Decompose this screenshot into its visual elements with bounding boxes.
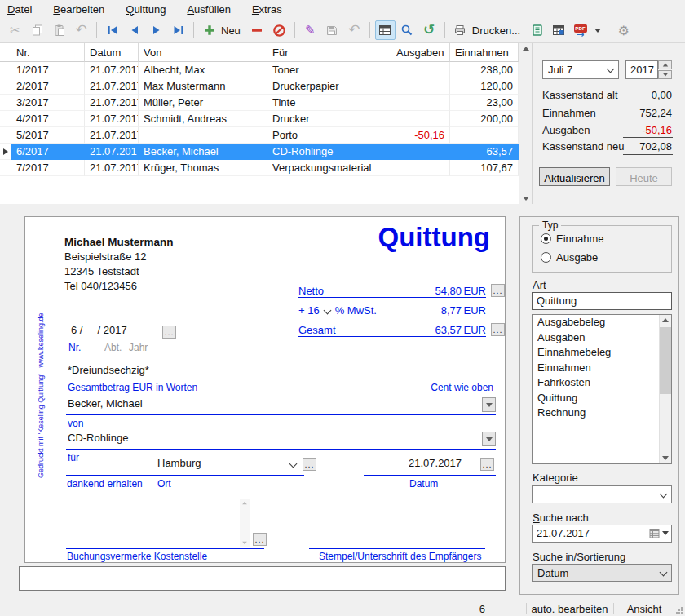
month-select[interactable]: Juli 7 (542, 60, 619, 79)
previous-record-icon[interactable] (124, 20, 144, 40)
menu-bearbeiten[interactable]: Bearbeiten (53, 3, 104, 16)
table-row[interactable]: 2/2017 21.07.2017 Max Mustermann Drucker… (0, 78, 532, 95)
gesamt-edit-button[interactable]: ... (491, 323, 505, 336)
sort-select[interactable]: Datum (532, 564, 672, 582)
scroll-up-icon[interactable] (242, 502, 247, 505)
vat-rate[interactable]: + 16 (298, 304, 320, 317)
table-row[interactable]: 3/2017 21.07.2017 Müller, Peter Tinte 23… (0, 95, 532, 111)
list-scrollbar[interactable] (659, 315, 671, 463)
fuer-dropdown-icon[interactable] (482, 432, 496, 446)
datum-field[interactable]: 21.07.2017 (409, 457, 462, 469)
menu-datei[interactable]: Datei (7, 3, 32, 16)
column-header-einnahmen[interactable]: Einnahmen (450, 43, 519, 62)
fuer-underline (66, 449, 496, 450)
menu-extras[interactable]: Extras (252, 3, 282, 16)
notes-input[interactable] (19, 566, 506, 591)
chevron-down-icon[interactable] (323, 307, 331, 315)
scroll-down-icon[interactable] (662, 456, 669, 460)
table-row[interactable]: 5/2017 21.07.2017 Porto -50,16 (0, 127, 532, 144)
resize-grip[interactable] (676, 607, 683, 614)
table-row[interactable]: 1/2017 21.07.2017 Albecht, Max Toner 238… (0, 62, 532, 78)
new-record-label[interactable]: Neu (221, 24, 241, 37)
save-icon[interactable] (322, 20, 342, 40)
edit-icon[interactable]: ✎ (300, 20, 320, 40)
cancel-icon[interactable] (269, 20, 289, 40)
sender-address[interactable]: Michael Mustermann Beispielstraße 12 123… (64, 235, 174, 294)
list-item[interactable]: Einnahmen (533, 361, 671, 376)
radio-ausgabe[interactable]: Ausgabe (541, 251, 598, 264)
table-row[interactable]: 7/2017 21.07.2017 Krüger, Thomas Verpack… (0, 160, 532, 176)
ort-chevron-down-icon[interactable] (289, 460, 298, 468)
kassenstand-alt-value: 0,00 (652, 89, 672, 101)
booking-textarea-scrollbar[interactable] (240, 499, 250, 547)
print-icon[interactable] (450, 20, 471, 40)
art-input[interactable]: Quittung (532, 292, 672, 310)
copy-icon[interactable] (27, 20, 47, 40)
history-icon[interactable]: ↺ (419, 20, 440, 40)
kategorie-select[interactable] (532, 485, 672, 503)
ort-field[interactable]: Hamburg (157, 457, 201, 469)
pdf-dropdown-icon[interactable] (593, 20, 603, 40)
table-scrollbar[interactable] (519, 43, 532, 204)
number-edit-button[interactable]: ... (162, 326, 176, 339)
list-item[interactable]: Quittung (533, 391, 671, 406)
netto-edit-button[interactable]: ... (491, 284, 505, 297)
list-item[interactable]: Fahrkosten (533, 375, 671, 391)
spin-down-icon[interactable] (658, 70, 672, 79)
delete-record-icon[interactable] (247, 20, 267, 40)
revert-icon[interactable]: ↶ (344, 20, 365, 40)
view-toggle[interactable]: Ansicht (613, 603, 675, 615)
scrollbar-thumb[interactable] (660, 327, 671, 394)
netto-currency: EUR (462, 285, 486, 297)
last-record-icon[interactable] (168, 20, 188, 40)
scroll-up-icon[interactable] (662, 318, 669, 322)
datum-edit-button[interactable]: ... (480, 458, 494, 471)
cut-icon[interactable]: ✂ (5, 20, 25, 40)
search-date-input[interactable]: 21.07.2017 (532, 525, 672, 543)
table-export-icon[interactable] (549, 20, 569, 40)
gesamt-value[interactable]: 63,57 (419, 324, 462, 336)
undo-icon[interactable]: ↶ (71, 20, 91, 40)
menu-ausfuellen[interactable]: Ausfüllen (187, 3, 230, 16)
list-item[interactable]: Rechnung (533, 405, 671, 421)
scroll-up-icon[interactable] (523, 47, 529, 51)
next-record-icon[interactable] (146, 20, 166, 40)
calendar-picker-icon[interactable] (649, 528, 669, 538)
spin-up-icon[interactable] (658, 60, 672, 69)
column-header-nr[interactable]: Nr. (11, 43, 85, 62)
scroll-down-icon[interactable] (242, 542, 247, 545)
scroll-down-icon[interactable] (523, 197, 529, 201)
column-header-datum[interactable]: Datum (85, 43, 139, 62)
report-icon[interactable] (527, 20, 547, 40)
von-dropdown-icon[interactable] (482, 397, 496, 412)
auto-edit-toggle[interactable]: auto. bearbeiten (526, 603, 613, 615)
grid-view-icon[interactable] (375, 20, 396, 40)
search-icon[interactable] (397, 20, 418, 40)
paste-icon[interactable] (49, 20, 69, 40)
year-input[interactable]: 2017 (625, 60, 658, 79)
first-record-icon[interactable] (102, 20, 122, 40)
booking-edit-button[interactable]: ... (253, 533, 267, 546)
table-row-selected[interactable]: 6/2017 21.07.2017 Becker, Michael CD-Roh… (0, 144, 532, 160)
today-button[interactable]: Heute (616, 167, 672, 186)
netto-value[interactable]: 54,80 (419, 285, 462, 297)
column-header-von[interactable]: Von (139, 43, 267, 62)
menu-quittung[interactable]: Quittung (126, 3, 166, 16)
column-header-fuer[interactable]: Für (267, 43, 391, 62)
settings-icon[interactable]: ⚙ (613, 20, 634, 40)
amount-in-words-field[interactable]: *Dreiundsechzig* (68, 364, 149, 376)
column-header-ausgaben[interactable]: Ausgaben (391, 43, 450, 62)
print-label[interactable]: Drucken... (472, 24, 520, 37)
radio-einnahme[interactable]: Einnahme (541, 233, 604, 245)
pdf-export-icon[interactable]: PDF (571, 20, 591, 40)
fuer-field[interactable]: CD-Rohlinge (68, 432, 128, 444)
refresh-button[interactable]: Aktualisieren (539, 167, 610, 186)
new-record-icon[interactable] (199, 20, 219, 40)
list-item[interactable]: Ausgaben (533, 330, 671, 346)
table-row[interactable]: 4/2017 21.07.2017 Schmidt, Andreas Druck… (0, 111, 532, 127)
list-item[interactable]: Einnahmebeleg (533, 345, 671, 361)
list-item[interactable]: Ausgabebeleg (533, 315, 671, 330)
von-field[interactable]: Becker, Michael (68, 397, 143, 410)
ort-edit-button[interactable]: ... (303, 458, 316, 471)
receipt-number-field[interactable]: 6 / / 2017 (71, 324, 127, 336)
